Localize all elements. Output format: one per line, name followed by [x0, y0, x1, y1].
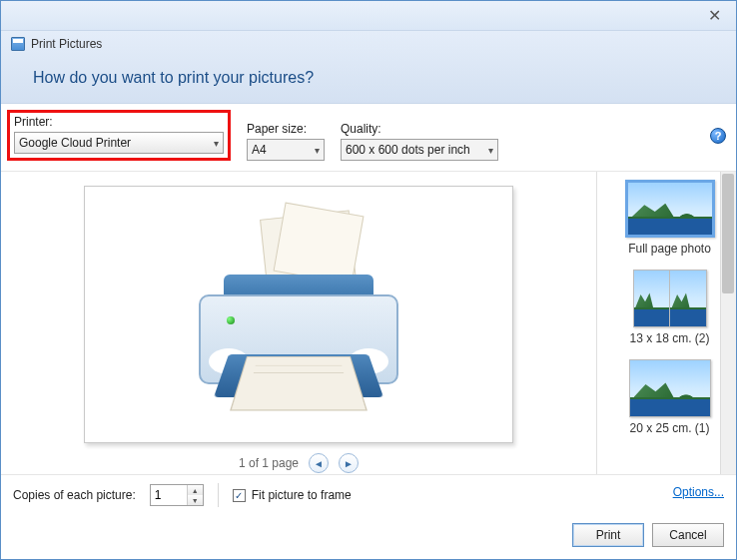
chevron-down-icon: ▾: [214, 138, 219, 149]
chevron-down-icon: ▾: [488, 145, 493, 156]
print-pictures-dialog: ✕ Print Pictures How do you want to prin…: [0, 0, 737, 560]
app-icon: [11, 37, 25, 51]
pager-text: 1 of 1 page: [239, 456, 299, 470]
options-link[interactable]: Options...: [673, 485, 724, 499]
printer-value: Google Cloud Printer: [19, 136, 131, 150]
printer-select[interactable]: Google Cloud Printer ▾: [14, 132, 224, 154]
printer-illustration: [169, 205, 428, 424]
fit-to-frame-checkbox[interactable]: ✓ Fit picture to frame: [233, 488, 352, 502]
step-up-button[interactable]: ▲: [188, 485, 203, 495]
arrow-left-icon: ◄: [314, 458, 324, 469]
layout-thumb: [633, 270, 707, 327]
printer-label: Printer:: [14, 115, 224, 129]
close-icon: ✕: [708, 6, 721, 25]
print-button[interactable]: Print: [572, 523, 644, 547]
layout-label: Full page photo: [628, 242, 711, 256]
quality-field: Quality: 600 x 600 dots per inch ▾: [341, 122, 498, 161]
quality-select[interactable]: 600 x 600 dots per inch ▾: [341, 139, 498, 161]
layout-scrollbar[interactable]: [720, 172, 736, 474]
divider: [218, 483, 219, 507]
prev-page-button[interactable]: ◄: [309, 453, 329, 473]
paper-size-label: Paper size:: [247, 122, 325, 136]
step-down-button[interactable]: ▼: [188, 495, 203, 505]
titlebar: ✕: [1, 1, 736, 31]
layout-option-20x25[interactable]: 20 x 25 cm. (1): [607, 359, 732, 435]
copies-label: Copies of each picture:: [13, 488, 136, 502]
paper-size-select[interactable]: A4 ▾: [247, 139, 325, 161]
help-button[interactable]: ?: [710, 128, 726, 144]
preview-page: [84, 186, 513, 443]
scrollbar-thumb[interactable]: [722, 174, 734, 293]
printer-field-highlight: Printer: Google Cloud Printer ▾: [7, 110, 231, 161]
preview-pane: 1 of 1 page ◄ ►: [1, 172, 596, 474]
checkbox-icon: ✓: [233, 489, 246, 502]
dialog-body: 1 of 1 page ◄ ► Full page photo: [1, 172, 736, 474]
close-button[interactable]: ✕: [698, 5, 730, 27]
layout-thumb: [625, 180, 715, 238]
layout-option-13x18[interactable]: 13 x 18 cm. (2): [607, 270, 732, 345]
action-buttons: Print Cancel: [1, 515, 736, 559]
window-title: Print Pictures: [31, 37, 102, 51]
paper-size-field: Paper size: A4 ▾: [247, 122, 325, 161]
pager: 1 of 1 page ◄ ►: [239, 453, 359, 473]
cancel-button[interactable]: Cancel: [652, 523, 724, 547]
print-settings-row: Printer: Google Cloud Printer ▾ Paper si…: [1, 104, 736, 172]
paper-size-value: A4: [252, 143, 267, 157]
layout-label: 20 x 25 cm. (1): [629, 421, 709, 435]
layout-option-full-page[interactable]: Full page photo: [607, 180, 732, 256]
quality-value: 600 x 600 dots per inch: [346, 143, 470, 157]
options-row: Copies of each picture: ▲ ▼ ✓ Fit pictur…: [1, 474, 736, 515]
copies-step-buttons: ▲ ▼: [187, 485, 203, 505]
fit-to-frame-label: Fit picture to frame: [252, 488, 352, 502]
quality-label: Quality:: [341, 122, 498, 136]
help-icon: ?: [715, 130, 722, 142]
chevron-down-icon: ▾: [315, 145, 320, 156]
dialog-header: Print Pictures How do you want to print …: [1, 31, 736, 104]
next-page-button[interactable]: ►: [339, 453, 359, 473]
layout-list: Full page photo 13 x 18 cm. (2) 20 x 25 …: [596, 172, 736, 474]
copies-stepper[interactable]: ▲ ▼: [150, 484, 204, 506]
window-title-row: Print Pictures: [11, 37, 726, 51]
layout-thumb: [629, 359, 711, 417]
copies-input[interactable]: [151, 485, 187, 505]
arrow-right-icon: ►: [344, 458, 354, 469]
layout-label: 13 x 18 cm. (2): [629, 331, 709, 345]
header-question: How do you want to print your pictures?: [33, 69, 726, 87]
